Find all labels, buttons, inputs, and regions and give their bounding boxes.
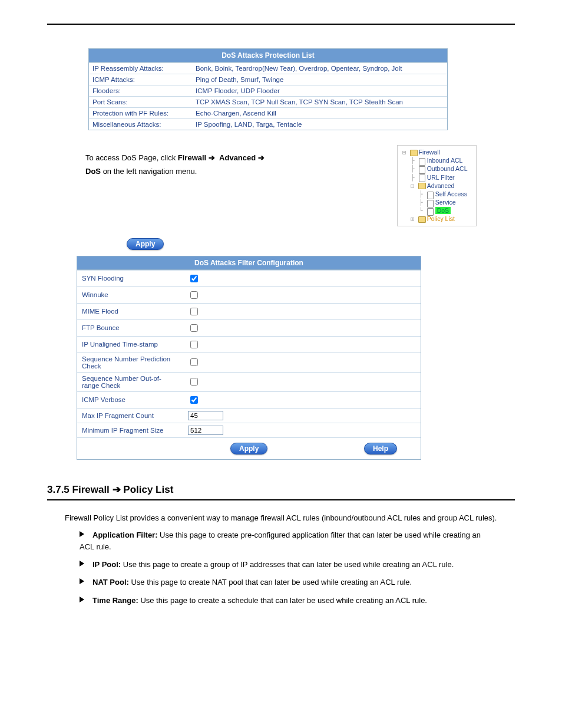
folder-open-icon <box>418 183 426 189</box>
tree-firewall[interactable]: ⊟ Firewall <box>400 148 474 156</box>
config-checkbox[interactable] <box>190 308 198 315</box>
table-row: Miscellaneous Attacks:IP Spoofing, LAND,… <box>89 118 447 130</box>
tree-service[interactable]: ├ Service <box>400 198 474 206</box>
section-rule <box>47 499 515 500</box>
table-row: Flooders:ICMP Flooder, UDP Flooder <box>89 85 447 96</box>
section-intro: Firewall Policy List provides a convenie… <box>65 512 497 524</box>
tree-policy[interactable]: ⊞ Policy List <box>400 215 474 223</box>
config-checkbox[interactable] <box>190 291 198 299</box>
table-row: Sequence Number Prediction Check <box>77 353 421 372</box>
help-button[interactable]: Help <box>364 443 397 454</box>
bullet-icon <box>80 597 84 602</box>
config-label: MIME Flood <box>77 303 183 319</box>
config-footer: Apply Help <box>77 437 421 459</box>
bullet-icon <box>80 578 84 584</box>
nav-tree: ⊟ Firewall ├ Inbound ACL ├ Outbound ACL … <box>397 145 477 226</box>
protection-table: DoS Attacks Protection List IP Reassembl… <box>88 48 448 130</box>
nav-paragraph: ⊟ Firewall ├ Inbound ACL ├ Outbound ACL … <box>85 151 477 226</box>
config-label: Sequence Number Prediction Check <box>77 353 183 372</box>
doc-icon <box>427 208 434 215</box>
config-label: IP Unaligned Time-stamp <box>77 336 183 353</box>
table-row: Port Scans:TCP XMAS Scan, TCP Null Scan,… <box>89 96 447 107</box>
config-label: Max IP Fragment Count <box>77 408 183 423</box>
arrow-right-icon: ➔ <box>113 484 121 495</box>
table-row: Sequence Number Out-of-range Check <box>77 372 421 391</box>
table-row: MIME Flood <box>77 303 421 319</box>
config-checkbox[interactable] <box>190 324 198 332</box>
table-row: IP Reassembly Attacks:Bonk, Boink, Teard… <box>89 62 447 74</box>
arrow-right-icon: ➔ <box>258 153 265 162</box>
config-checkbox[interactable] <box>190 341 198 348</box>
bullet-list: Application Filter: Use this page to cre… <box>80 529 482 607</box>
config-table: DoS Attacks Filter Configuration SYN Flo… <box>77 256 421 460</box>
tree-selfaccess[interactable]: ├ Self Access <box>400 190 474 198</box>
doc-icon <box>418 174 426 181</box>
config-label: SYN Flooding <box>77 270 183 286</box>
folder-closed-icon <box>418 216 426 223</box>
table-row: SYN Flooding <box>77 270 421 286</box>
bullet-icon <box>80 561 84 566</box>
apply-button[interactable]: Apply <box>127 238 164 250</box>
config-label: ICMP Verbose <box>77 391 183 408</box>
doc-icon <box>418 158 426 164</box>
nav-text: To access DoS Page, click Firewall ➔ Adv… <box>85 153 265 176</box>
protection-header: DoS Attacks Protection List <box>89 49 447 62</box>
config-label: FTP Bounce <box>77 319 183 336</box>
tree-outbound[interactable]: ├ Outbound ACL <box>400 164 474 173</box>
config-input[interactable] <box>188 411 223 420</box>
table-row: Protection with PF Rules:Echo-Chargen, A… <box>89 107 447 118</box>
tree-advanced[interactable]: ⊟ Advanced <box>400 182 474 190</box>
config-checkbox[interactable] <box>190 275 198 282</box>
arrow-right-icon: ➔ <box>209 153 217 162</box>
folder-open-icon <box>410 150 418 156</box>
list-item: Application Filter: Use this page to cre… <box>80 529 482 553</box>
table-row: IP Unaligned Time-stamp <box>77 336 421 353</box>
doc-icon <box>427 192 434 198</box>
config-header: DoS Attacks Filter Configuration <box>77 256 421 270</box>
list-item: IP Pool: Use this page to create a group… <box>80 559 482 571</box>
table-row: Max IP Fragment Count <box>77 408 421 423</box>
apply-button[interactable]: Apply <box>230 443 267 454</box>
doc-icon <box>427 200 434 206</box>
table-row: ICMP Attacks:Ping of Death, Smurf, Twing… <box>89 74 447 85</box>
section-heading: 3.7.5 Firewall ➔ Policy List <box>47 483 515 496</box>
table-row: Winnuke <box>77 286 421 303</box>
config-input[interactable] <box>188 426 223 435</box>
top-rule <box>47 24 515 25</box>
table-row: FTP Bounce <box>77 319 421 336</box>
config-checkbox[interactable] <box>190 358 198 366</box>
table-row: Minimum IP Fragment Size <box>77 423 421 437</box>
config-label: Sequence Number Out-of-range Check <box>77 372 183 391</box>
config-label: Winnuke <box>77 286 183 303</box>
tree-inbound[interactable]: ├ Inbound ACL <box>400 156 474 164</box>
list-item: NAT Pool: Use this page to create NAT po… <box>80 577 482 588</box>
tree-dos[interactable]: └ DoS <box>400 206 474 215</box>
config-label: Minimum IP Fragment Size <box>77 423 183 437</box>
tree-urlfilter[interactable]: ├ URL Filter <box>400 173 474 182</box>
config-checkbox[interactable] <box>190 378 198 386</box>
config-checkbox[interactable] <box>190 396 198 404</box>
bullet-icon <box>80 531 84 537</box>
doc-icon <box>418 166 426 173</box>
protection-rows: IP Reassembly Attacks:Bonk, Boink, Teard… <box>89 62 447 130</box>
list-item: Time Range: Use this page to create a sc… <box>80 595 482 607</box>
table-row: ICMP Verbose <box>77 391 421 408</box>
